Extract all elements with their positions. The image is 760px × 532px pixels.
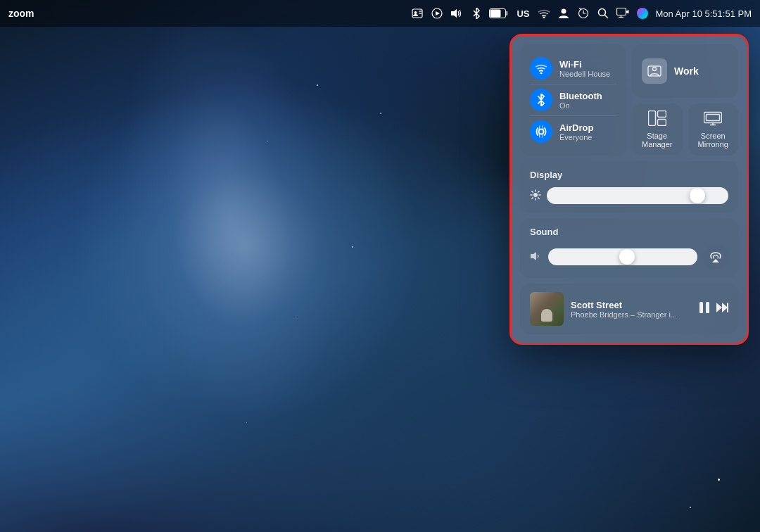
star [718,479,720,481]
search-icon[interactable] [596,6,610,20]
svg-rect-42 [699,302,703,313]
screen-mirroring-label: ScreenMirroring [698,132,728,148]
svg-line-37 [538,197,539,198]
keyboard-lang-icon[interactable]: US [514,6,531,20]
svg-rect-24 [648,111,655,126]
now-playing-info: Scott Street Phoebe Bridgers – Stranger … [571,300,692,319]
screen-mirroring-tile[interactable]: ScreenMirroring [688,103,739,156]
star [690,507,691,508]
galaxy-effect [6,6,486,486]
volume-thumb[interactable] [619,249,635,265]
airdrop-icon [530,120,552,143]
bluetooth-tile-icon [530,89,552,111]
svg-rect-26 [657,120,666,126]
right-column: Work StageManager [632,44,738,156]
svg-point-23 [653,68,657,71]
svg-rect-43 [706,302,709,313]
svg-rect-9 [506,11,508,15]
brightness-thumb[interactable] [690,188,705,203]
brightness-slider[interactable] [547,187,728,204]
svg-marker-6 [451,9,457,18]
screen-mirroring-icon [704,110,722,129]
airdrop-sublabel: Everyone [559,133,593,141]
svg-line-38 [532,197,533,198]
time-machine-icon[interactable] [576,6,590,20]
airdrop-item[interactable]: AirDrop Everyone [530,115,616,147]
menubar: zoom [0,0,760,27]
wifi-icon [530,57,552,80]
siri-icon[interactable] [635,6,650,20]
stage-manager-icon [648,110,666,129]
stage-manager-tile[interactable]: StageManager [632,103,683,156]
play-icon[interactable] [430,6,444,20]
wifi-text: Wi-Fi Needell House [559,59,610,78]
svg-point-11 [562,9,566,14]
bluetooth-label: Bluetooth [559,91,602,101]
top-grid: Wi-Fi Needell House Bluetooth On [520,44,738,156]
user-icon[interactable] [557,6,571,20]
work-tile[interactable]: Work [632,44,738,98]
svg-point-20 [540,72,543,74]
svg-marker-44 [716,303,722,312]
wifi-label: Wi-Fi [559,59,610,70]
star [267,141,268,141]
svg-rect-46 [727,303,728,312]
svg-marker-5 [436,11,440,15]
now-playing-controls [699,301,728,317]
display-section: Display [520,161,738,213]
battery-icon[interactable] [489,6,509,20]
now-playing-title: Scott Street [571,300,692,310]
airdrop-label: AirDrop [559,122,593,133]
airplay-button[interactable] [703,244,728,270]
star [246,422,247,423]
now-playing-widget: Scott Street Phoebe Bridgers – Stranger … [520,284,738,334]
svg-point-10 [543,17,545,19]
now-playing-artist: Phoebe Bridgers – Stranger i... [571,310,692,319]
sound-section: Sound [520,218,738,278]
datetime: Mon Apr 10 5:51:51 PM [655,8,752,19]
brightness-slider-row [530,187,728,204]
volume-slider[interactable] [548,248,697,265]
svg-line-14 [605,15,608,18]
wifi-sublabel: Needell House [559,70,610,78]
svg-point-31 [533,193,538,197]
svg-rect-15 [617,8,626,15]
sound-label: Sound [530,227,728,237]
star [296,317,296,317]
svg-point-1 [414,11,417,14]
contact-card-icon[interactable] [410,6,424,20]
work-icon [642,58,667,84]
bluetooth-icon[interactable] [469,6,483,20]
star [352,246,353,248]
bluetooth-item[interactable]: Bluetooth On [530,84,616,115]
airdrop-text: AirDrop Everyone [559,122,593,141]
menubar-left: zoom [8,8,34,19]
svg-marker-40 [531,252,536,260]
svg-line-36 [532,191,533,191]
app-name: zoom [8,8,34,19]
bottom-right-tiles: StageManager ScreenMirroring [632,103,738,156]
svg-marker-45 [722,303,728,312]
skip-forward-button[interactable] [716,302,728,317]
display-label: Display [530,170,728,180]
stage-manager-label: StageManager [642,132,672,148]
star [317,84,318,86]
network-tile: Wi-Fi Needell House Bluetooth On [520,44,626,156]
svg-marker-41 [712,259,719,262]
svg-rect-28 [707,115,720,121]
wifi-menubar-icon[interactable] [537,6,551,20]
bluetooth-sublabel: On [559,101,602,110]
wifi-item[interactable]: Wi-Fi Needell House [530,53,616,84]
menubar-right: US [410,6,752,20]
svg-point-19 [637,8,648,19]
volume-icon[interactable] [450,6,464,20]
bluetooth-text: Bluetooth On [559,91,602,110]
control-center-panel: Wi-Fi Needell House Bluetooth On [509,34,749,345]
pause-button[interactable] [699,301,710,317]
album-art [530,292,564,326]
work-label: Work [674,65,699,77]
svg-rect-25 [657,111,666,118]
sound-slider-row [530,244,728,270]
star [380,113,381,114]
screen-record-icon[interactable] [616,6,630,20]
